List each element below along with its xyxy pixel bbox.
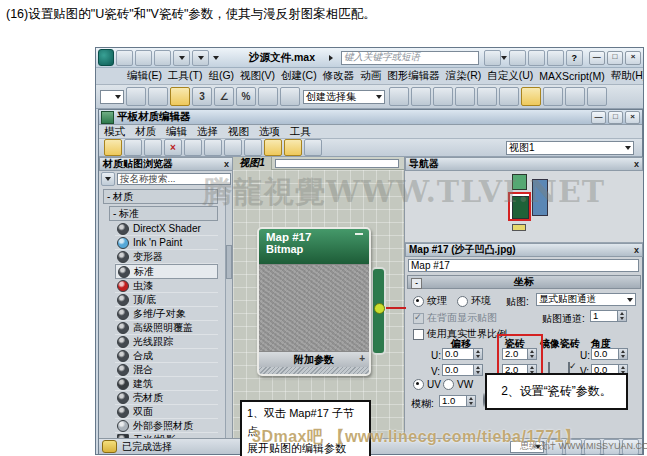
named-selection-sets-dropdown[interactable]: 创建选择集 <box>303 90 385 104</box>
select-and-link-icon[interactable] <box>126 87 146 106</box>
uv-radio[interactable] <box>413 379 424 390</box>
menu-modifiers[interactable]: 修改器 <box>322 69 356 83</box>
material-item[interactable]: 光线跟踪 <box>115 335 218 349</box>
material-item[interactable]: 双面 <box>115 405 218 419</box>
browser-options-caret-icon[interactable] <box>101 172 115 186</box>
material-item[interactable]: 虫漆 <box>115 279 218 293</box>
show-map-in-viewport-icon[interactable] <box>224 139 242 156</box>
u-offset-value[interactable]: 0.0 <box>442 348 474 360</box>
delete-selected-icon[interactable]: × <box>164 139 182 156</box>
texture-radio[interactable] <box>413 296 424 307</box>
pick-material-eyedropper-icon[interactable] <box>124 139 142 156</box>
browser-scrollbar[interactable] <box>225 187 232 438</box>
render-production-icon[interactable] <box>587 87 607 106</box>
material-item[interactable]: 混合 <box>115 363 218 377</box>
search-binoculars-icon[interactable] <box>484 50 501 66</box>
mirror-icon[interactable] <box>389 87 409 106</box>
slate-menu-options[interactable]: 选项 <box>258 125 281 139</box>
navigator-close-icon[interactable]: x <box>634 160 639 169</box>
u-tile-value[interactable]: 2.0 <box>502 348 528 360</box>
slate-restore-button[interactable]: □ <box>608 111 623 124</box>
map17-bitmap-node[interactable]: Map #17 Bitmap 附加参数 + <box>257 227 371 376</box>
slate-menu-select[interactable]: 选择 <box>196 125 219 139</box>
snap-toggle-3d-icon[interactable]: 3 <box>192 87 212 106</box>
selection-filter-dropdown[interactable] <box>100 90 124 104</box>
menu-views[interactable]: 视图(V) <box>239 69 276 83</box>
undo-icon[interactable] <box>173 50 190 66</box>
title-expand-icon[interactable] <box>329 55 333 61</box>
keyboard-override-icon[interactable] <box>280 87 300 106</box>
new-document-icon[interactable] <box>116 50 133 66</box>
u-angle-spinner[interactable]: 0.0 <box>591 348 628 360</box>
material-item[interactable]: 外部参照材质 <box>115 419 218 433</box>
browser-search-input[interactable]: 按名称搜索... <box>117 173 231 185</box>
open-file-icon[interactable] <box>135 50 152 66</box>
slate-menu-edit[interactable]: 编辑 <box>165 125 188 139</box>
layer-manager-icon[interactable] <box>433 87 453 106</box>
graphite-ribbon-icon[interactable] <box>455 87 475 106</box>
navigator-node-top[interactable] <box>512 174 527 190</box>
material-item[interactable]: 建筑 <box>115 377 218 391</box>
material-item[interactable]: 壳材质 <box>115 391 218 405</box>
environ-radio[interactable] <box>457 296 468 307</box>
coordinates-rollout-header[interactable]: - 坐标 <box>407 275 641 289</box>
material-item[interactable]: DirectX Shader <box>115 222 218 236</box>
pan-tool-icon[interactable] <box>304 139 322 156</box>
node-view-tab[interactable]: 视图1 <box>233 157 272 170</box>
render-setup-icon[interactable] <box>543 87 563 106</box>
move-children-icon[interactable] <box>184 139 202 156</box>
browser-scrollbar-thumb[interactable] <box>226 245 232 279</box>
menu-animation[interactable]: 动画 <box>359 69 382 83</box>
bind-to-spacewarp-icon[interactable] <box>148 87 168 106</box>
put-to-library-icon[interactable] <box>204 139 222 156</box>
menu-help[interactable]: 帮助(H) <box>610 69 643 83</box>
menu-edit[interactable]: 编辑(E) <box>126 69 163 83</box>
real-world-checkbox[interactable] <box>413 329 424 340</box>
favorites-star-icon[interactable] <box>547 50 564 66</box>
view-selector-dropdown[interactable]: 视图1 <box>506 141 634 155</box>
zoom-extents-icon[interactable] <box>603 439 620 455</box>
redo-icon[interactable] <box>192 50 209 66</box>
node-output-socket[interactable] <box>374 303 385 314</box>
map17-node-header[interactable]: Map #17 Bitmap <box>259 229 369 264</box>
navigator-node-blue[interactable] <box>532 179 548 216</box>
search-options-caret-icon[interactable] <box>501 56 507 60</box>
navigator-selected-node[interactable] <box>508 192 531 221</box>
map17-node-footer[interactable]: 附加参数 + <box>259 352 369 367</box>
show-backface-checkbox[interactable] <box>413 313 424 324</box>
slate-minimize-button[interactable]: — <box>591 111 606 124</box>
backface-row[interactable]: 在背面显示贴图 <box>413 311 497 325</box>
navigator-body[interactable] <box>405 171 643 243</box>
percent-snap-icon[interactable]: % <box>236 87 256 106</box>
pan-view-icon[interactable] <box>546 439 563 455</box>
uv-radio-row[interactable]: UV <box>413 379 441 390</box>
layout-children-icon[interactable] <box>284 139 302 156</box>
slate-menu-modes[interactable]: 模式 <box>103 125 126 139</box>
u-offset-spinner[interactable]: 0.0 <box>442 348 483 360</box>
map-channel-value[interactable]: 1 <box>590 310 618 322</box>
show-shaded-material-icon[interactable] <box>244 139 262 156</box>
material-item[interactable]: Ink 'n Paint <box>115 236 218 250</box>
browser-close-icon[interactable]: x <box>224 160 229 169</box>
minimize-button[interactable]: — <box>589 51 605 65</box>
v-offset-spinner[interactable]: 0.0 <box>442 364 483 376</box>
zoom-region-icon[interactable] <box>584 439 601 455</box>
menu-rendering[interactable]: 渲染(R) <box>445 69 483 83</box>
node-expand-plus-icon[interactable]: + <box>359 353 365 364</box>
select-tool-icon[interactable] <box>104 139 122 156</box>
slate-close-button[interactable]: × <box>625 111 640 124</box>
slate-menu-tools[interactable]: 工具 <box>289 125 312 139</box>
toolbar-overflow-icon[interactable] <box>213 56 219 60</box>
material-item[interactable]: 顶/底 <box>115 293 218 307</box>
subscription-key-icon[interactable] <box>509 50 526 66</box>
navigator-node-bottom[interactable] <box>512 224 526 231</box>
restore-button[interactable]: □ <box>607 51 623 65</box>
browser-group-materials[interactable]: - 材质 <box>103 189 218 204</box>
slate-menu-material[interactable]: 材质 <box>134 125 157 139</box>
zoom-percent-dropdown[interactable] <box>510 441 544 453</box>
material-item[interactable]: 多维/子对象 <box>115 307 218 321</box>
map-name-field[interactable]: Map #17 <box>408 259 639 272</box>
vw-radio[interactable] <box>443 379 454 390</box>
map17-node-preview[interactable] <box>259 264 369 352</box>
material-editor-icon[interactable] <box>521 87 541 106</box>
